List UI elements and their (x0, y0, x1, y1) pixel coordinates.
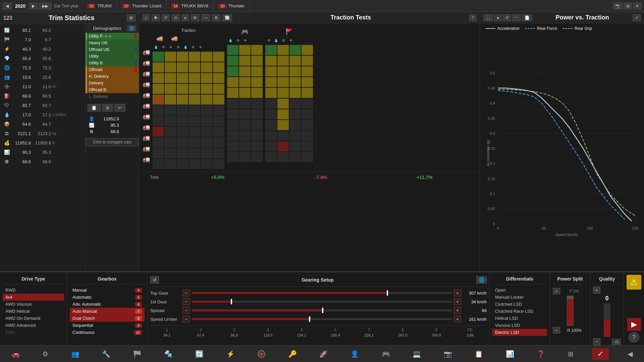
drive-item-fwd[interactable]: FWD (3, 329, 64, 336)
gear-item-sequential[interactable]: Sequential 9 (70, 322, 145, 329)
traction-icon-1[interactable]: □ (143, 14, 150, 21)
chart-expand-btn[interactable]: ↗ (633, 14, 641, 21)
chart-icon-4[interactable]: 〰 (512, 14, 521, 21)
tab-trukk[interactable]: '20 TRUKK (83, 0, 117, 12)
drive-item-awd-viscous[interactable]: AWD Viscous (3, 301, 64, 308)
drive-item-rwd[interactable]: RWD (3, 287, 64, 294)
traction-icon-6[interactable]: ⚙ (191, 14, 199, 21)
power-split-plus-btn[interactable]: + (553, 288, 560, 294)
gear-item-dual-clutch[interactable]: Dual Clutch 8 (70, 315, 145, 322)
nav-btn-driver[interactable]: 👤 (346, 349, 363, 359)
help-btn[interactable]: ? (629, 332, 639, 343)
drive-item-awd-advanced[interactable]: AWD Advanced (3, 322, 64, 329)
1st-gear-plus-btn[interactable]: + (454, 298, 461, 305)
nav-btn-aero[interactable]: 🚀 (315, 349, 332, 359)
traction-icon-3[interactable]: ↺ (162, 14, 170, 21)
demographics-globe-btn[interactable]: 🌐 (127, 25, 136, 31)
tab-trukk-bbv8[interactable]: '18 TRUKK BBV8 (166, 0, 213, 12)
demo-item-offroad-b[interactable]: Offroad B. (86, 86, 139, 93)
nav-btn-transmission[interactable]: 🔄 (191, 349, 208, 359)
nav-btn-stats[interactable]: 📊 (502, 349, 518, 359)
nav-forward-btn[interactable]: ▶ (29, 3, 38, 9)
nav-btn-engine[interactable]: ⚡ (222, 349, 239, 359)
nav-confirm-btn[interactable]: ✓ (592, 348, 609, 360)
demo-item-utility-b[interactable]: Utility B. (86, 60, 139, 66)
top-gear-plus-btn[interactable]: + (454, 290, 461, 296)
nav-btn-key[interactable]: 🔑 (284, 349, 301, 359)
tab-thunder-lizard[interactable]: '20 Thunder Lizard (117, 0, 166, 12)
gearing-globe-btn[interactable]: 🌐 (476, 276, 487, 284)
diff-item-manual-locker[interactable]: Manual Locker (492, 294, 547, 301)
spread-minus-btn[interactable]: − (182, 307, 190, 314)
speed-limiter-slider[interactable] (192, 318, 452, 320)
reset-btn[interactable]: ↩ (114, 104, 125, 112)
traction-icon-5[interactable]: ⌀ (182, 14, 189, 21)
nav-back-btn[interactable]: ◀ (3, 3, 12, 9)
chart-icon-3[interactable]: ↺ (503, 14, 511, 21)
diff-item-clutched-race-lsd[interactable]: Clutched Race LSD (492, 308, 547, 315)
compare-cars-btn[interactable]: Click to compare cars (86, 138, 139, 146)
chart-icon-5[interactable]: 📄 (522, 14, 532, 21)
drive-item-awd-on-demand[interactable]: AWD On-Demand (3, 315, 64, 322)
cancel-btn[interactable]: ⊘ (102, 104, 113, 112)
spread-slider[interactable] (192, 309, 452, 311)
speed-limiter-minus-btn[interactable]: − (182, 316, 190, 322)
gear-item-continuous[interactable]: Continuous 10 (70, 329, 145, 336)
nav-btn-suspension[interactable]: 🔩 (160, 349, 177, 359)
diff-item-open[interactable]: Open (492, 287, 547, 294)
diff-item-clutched-lsd[interactable]: Clutched LSD (492, 301, 547, 308)
demo-item-utility-p[interactable]: Utility P. ★ ⚙ (86, 33, 139, 40)
nav-btn-grid[interactable]: ⊞ (564, 349, 578, 359)
top-gear-minus-btn[interactable]: − (182, 290, 190, 296)
gear-item-manual[interactable]: Manual 4 (70, 287, 145, 294)
traction-icon-2[interactable]: ✱ (152, 14, 160, 21)
gear-item-auto-manual[interactable]: Auto Manual 7 (70, 308, 145, 315)
demo-item-heavy-util[interactable]: Heavy Util. (86, 40, 139, 46)
traction-icon-4[interactable]: ⊙ (172, 14, 180, 21)
nav-btn-tune[interactable]: 🔧 (98, 349, 114, 359)
drive-item-4x4[interactable]: 4x4 (3, 294, 64, 301)
drive-item-awd-helical[interactable]: AWD Helical (3, 308, 64, 315)
nav-btn-people[interactable]: 👥 (67, 349, 84, 359)
nav-btn-car[interactable]: 🚗 (7, 349, 24, 359)
quality-minus-btn[interactable]: − (593, 338, 600, 345)
traction-icon-9[interactable]: 🔄 (222, 14, 232, 21)
nav-btn-help[interactable]: ❓ (533, 349, 549, 359)
demo-item-utility[interactable]: Utility (86, 53, 139, 60)
nav-fast-forward-btn[interactable]: ▶▶ (39, 3, 51, 9)
nav-btn-notes[interactable]: 📋 (471, 349, 487, 359)
quality-slider[interactable] (604, 303, 610, 337)
screenshot-btn[interactable]: 📷 (613, 3, 623, 9)
1st-gear-minus-btn[interactable]: − (182, 298, 190, 305)
gear-item-adv-automatic[interactable]: Adv. Automatic 6 (70, 301, 145, 308)
close-btn[interactable]: ✕ (633, 3, 641, 9)
chart-icon-1[interactable]: 🎧 (483, 14, 493, 21)
gearing-icon-btn[interactable]: ↺ (150, 276, 159, 284)
demo-item-l-delivery[interactable]: L. Delivery (86, 93, 139, 100)
settings-btn[interactable]: ⚙ (127, 14, 136, 21)
1st-gear-slider[interactable] (192, 301, 452, 303)
chart-icon-2[interactable]: ● (494, 14, 501, 21)
grid-btn[interactable]: ⊞ (624, 3, 632, 9)
quality-plus-btn[interactable]: + (593, 287, 600, 294)
nav-btn-back-arrow[interactable]: ◀ (624, 349, 637, 359)
demo-item-offroad-util[interactable]: Offroad Util. (86, 46, 139, 53)
quality-plus5-btn[interactable]: +5 (612, 339, 621, 345)
nav-right-btn[interactable]: ▶ (627, 318, 641, 331)
nav-btn-settings[interactable]: ⚙ (38, 349, 52, 359)
demo-item-h-delivery[interactable]: H. Delivery (86, 73, 139, 80)
nav-btn-camera[interactable]: 📷 (440, 349, 456, 359)
gear-item-automatic[interactable]: Automatic 5 (70, 294, 145, 301)
spread-plus-btn[interactable]: + (454, 307, 461, 314)
power-split-minus-btn[interactable]: − (553, 327, 560, 334)
nav-btn-computer[interactable]: 💻 (409, 349, 425, 359)
speed-limiter-plus-btn[interactable]: + (454, 316, 461, 322)
diff-item-electric-lsd[interactable]: Electric LSD (492, 329, 547, 336)
nav-btn-race[interactable]: 🏁 (129, 349, 146, 359)
clipboard-btn[interactable]: 📋 (88, 104, 101, 112)
diff-item-helical-lsd[interactable]: Helical LSD (492, 315, 547, 322)
demo-item-delivery[interactable]: Delivery (86, 80, 139, 86)
demo-item-offroad[interactable]: Offroad (86, 66, 139, 73)
top-gear-slider[interactable] (192, 292, 452, 294)
tab-thunder[interactable]: '20 Thunder (213, 0, 250, 12)
